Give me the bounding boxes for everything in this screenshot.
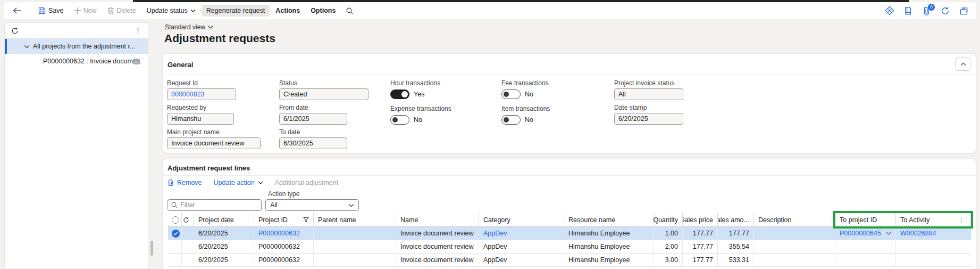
cell-sales-amount[interactable]: 355.54 [718, 240, 754, 253]
tree-refresh-icon[interactable] [11, 27, 19, 35]
delete-button[interactable]: Delete [103, 5, 141, 17]
from-date-field[interactable]: 6/1/2025 [279, 113, 347, 125]
dynamics-diamond-icon[interactable] [884, 6, 894, 16]
select-all-checkbox[interactable] [168, 213, 182, 226]
tree-more-options-icon[interactable]: ⋮ [132, 27, 144, 35]
cell-sales-amount[interactable]: 533.31 [718, 254, 754, 266]
collapse-section-button[interactable] [956, 58, 970, 71]
row-checkbox[interactable] [168, 254, 182, 266]
cell-parent-name[interactable] [314, 227, 396, 240]
lines-section-title: Adjustment request lines [167, 164, 250, 172]
tree-item-project[interactable]: P0000000632 : Invoice docum.... [5, 54, 148, 69]
cell-to-activity[interactable] [896, 254, 971, 266]
save-button[interactable]: Save [33, 5, 69, 17]
col-to-activity[interactable]: To Activity ⋮ [896, 213, 971, 226]
update-action-button[interactable]: Update action [214, 179, 263, 186]
cell-project-date[interactable]: 6/20/2025 [194, 240, 254, 253]
cell-sales-amount[interactable]: 177.77 [718, 227, 754, 240]
cell-name[interactable]: Invoice document review [396, 240, 479, 253]
cell-resource-name[interactable]: Himanshu Employee [564, 240, 654, 253]
requested-by-label: Requested by [167, 104, 279, 111]
col-description[interactable]: Description [754, 213, 835, 226]
cell-to-activity[interactable] [896, 240, 971, 253]
grid-row-3[interactable]: 6/20/2025 P0000000632 Invoice document r… [168, 254, 971, 267]
row-checkbox-checked[interactable] [168, 227, 182, 240]
back-icon[interactable] [10, 6, 24, 15]
cell-to-activity-link[interactable]: W00026884 [896, 227, 971, 240]
col-name[interactable]: Name [396, 213, 479, 226]
cell-project-id[interactable]: P0000000632 [254, 240, 314, 253]
cell-to-project-id[interactable] [835, 240, 896, 253]
update-status-button[interactable]: Update status [142, 5, 200, 17]
company-book-icon[interactable] [903, 6, 913, 16]
expense-transactions-toggle[interactable] [390, 115, 409, 125]
col-sales-amount[interactable]: Sales amo... [718, 213, 754, 226]
cell-parent-name[interactable] [314, 240, 396, 253]
cell-to-project-id-combo[interactable]: P0000000645 [835, 227, 896, 240]
refresh-icon[interactable] [940, 6, 950, 16]
cell-sales-price[interactable]: 177.77 [683, 254, 718, 266]
panel-scrollbar-thumb[interactable] [150, 241, 153, 256]
requested-by-field[interactable]: Himanshu [167, 113, 234, 125]
grid-refresh-icon[interactable] [182, 213, 194, 226]
cell-category[interactable]: AppDev [479, 254, 564, 266]
cell-project-date[interactable]: 6/20/2025 [194, 227, 254, 240]
cell-project-id-link[interactable]: P0000000632 [254, 227, 314, 240]
filter-input[interactable] [180, 201, 249, 209]
cell-sales-price[interactable]: 177.77 [683, 240, 718, 253]
new-button[interactable]: New [70, 5, 102, 17]
cell-quantity[interactable]: 3.00 [654, 254, 683, 266]
cell-name[interactable]: Invoice document review [396, 227, 479, 240]
item-transactions-toggle[interactable] [501, 115, 521, 125]
cell-resource-name[interactable]: Himanshu Employee [564, 254, 654, 266]
request-id-field[interactable]: 000000823 [167, 88, 236, 100]
cell-sales-price[interactable]: 177.77 [683, 227, 718, 240]
grid-row-2[interactable]: 6/20/2025 P0000000632 Invoice document r… [168, 240, 971, 254]
cell-description[interactable] [754, 254, 835, 266]
chevron-down-icon[interactable] [24, 45, 30, 48]
date-stamp-field[interactable]: 6/20/2025 [614, 113, 683, 125]
col-resource-name[interactable]: Resource name [564, 213, 654, 226]
main-project-name-field[interactable]: Invoice document review [167, 137, 261, 149]
cell-project-date[interactable]: 6/20/2025 [194, 254, 254, 266]
col-to-project-id[interactable]: To project ID [835, 213, 896, 226]
col-parent-name[interactable]: Parent name [314, 213, 396, 226]
cell-category[interactable]: AppDev [479, 240, 564, 253]
col-sales-price[interactable]: Sales price [683, 213, 718, 226]
project-invoice-status-field[interactable]: All [614, 88, 683, 100]
col-project-id[interactable]: Project ID [254, 213, 314, 226]
grid-row-1[interactable]: 6/20/2025 P0000000632 Invoice document r… [168, 227, 971, 240]
to-date-field[interactable]: 6/30/2025 [279, 137, 347, 149]
chevron-down-icon [886, 232, 891, 235]
attachments-icon[interactable]: 0 [922, 6, 932, 16]
search-button[interactable] [341, 5, 358, 17]
fee-transactions-toggle[interactable] [501, 89, 521, 99]
cell-description[interactable] [754, 227, 835, 240]
cell-quantity[interactable]: 1.00 [654, 227, 683, 240]
actions-menu[interactable]: Actions [271, 5, 305, 17]
hour-transactions-toggle[interactable] [390, 89, 409, 99]
col-category[interactable]: Category [479, 213, 564, 226]
open-in-new-window-icon[interactable] [959, 6, 969, 16]
cell-project-id[interactable]: P0000000632 [254, 254, 314, 266]
cell-category-link[interactable]: AppDev [479, 227, 564, 240]
cell-name[interactable]: Invoice document review [396, 254, 479, 266]
row-checkbox[interactable] [168, 240, 182, 253]
cell-resource-name[interactable]: Himanshu Employee [564, 227, 654, 240]
cell-description[interactable] [754, 240, 835, 253]
status-field[interactable]: Created [279, 88, 368, 100]
cell-to-project-id[interactable] [835, 254, 896, 266]
regenerate-request-button[interactable]: Regenerate request [202, 5, 270, 17]
view-selector[interactable]: Standard view [165, 23, 213, 31]
remove-line-button[interactable]: Remove [167, 179, 202, 186]
cell-parent-name[interactable] [314, 254, 396, 266]
options-menu[interactable]: Options [306, 5, 340, 17]
additional-adjustment-button[interactable]: Additional adjustment [275, 179, 339, 186]
action-type-select[interactable]: All [265, 199, 359, 211]
tree-item-all-projects[interactable]: All projects from the adjustment r... [5, 39, 148, 54]
from-date-label: From date [279, 104, 390, 111]
grid-more-options-icon[interactable]: ⋮ [956, 214, 966, 226]
col-quantity[interactable]: Quantity [654, 213, 683, 226]
col-project-date[interactable]: Project date [194, 213, 254, 226]
cell-quantity[interactable]: 2.00 [654, 240, 683, 253]
